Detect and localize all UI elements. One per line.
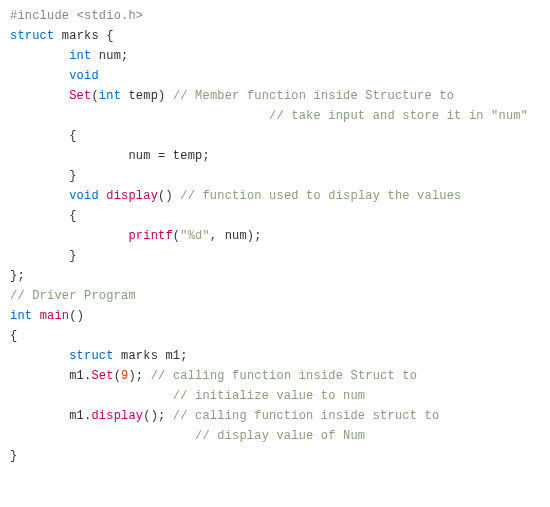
token-cmt: // display value of Num [195, 429, 365, 443]
token-cmt: // initialize value to num [173, 389, 365, 403]
token-kw: void [69, 189, 99, 203]
token-text: { [10, 209, 77, 223]
token-text: { [10, 129, 77, 143]
code-line: } [10, 166, 540, 186]
token-text [10, 69, 69, 83]
token-text: () [158, 189, 180, 203]
token-text: ( [114, 369, 121, 383]
code-line: }; [10, 266, 540, 286]
code-line: num = temp; [10, 146, 540, 166]
token-text [10, 109, 269, 123]
token-text [10, 189, 69, 203]
token-text: ); [128, 369, 150, 383]
token-kw: void [69, 69, 99, 83]
token-text [10, 429, 195, 443]
code-line: } [10, 246, 540, 266]
code-line: printf("%d", num); [10, 226, 540, 246]
token-text [32, 309, 39, 323]
code-line: // display value of Num [10, 426, 540, 446]
code-line: { [10, 206, 540, 226]
code-line: struct marks { [10, 26, 540, 46]
token-text: { [10, 329, 17, 343]
token-cmt: // Member function inside Structure to [173, 89, 454, 103]
token-text [10, 389, 173, 403]
token-cmt: // Driver Program [10, 289, 136, 303]
code-line: // Driver Program [10, 286, 540, 306]
token-text [69, 9, 76, 23]
token-text: num; [91, 49, 128, 63]
token-cmt: // take input and store it in "num" [269, 109, 528, 123]
token-text: marks m1; [114, 349, 188, 363]
token-cmt: // calling function inside Struct to [151, 369, 417, 383]
token-fn: main [40, 309, 70, 323]
code-line: struct marks m1; [10, 346, 540, 366]
token-text [10, 89, 69, 103]
token-fn: display [91, 409, 143, 423]
code-line: #include <stdio.h> [10, 6, 540, 26]
token-cmt: // calling function inside struct to [173, 409, 439, 423]
code-line: Set(int temp) // Member function inside … [10, 86, 540, 106]
token-text: } [10, 169, 77, 183]
token-text [10, 349, 69, 363]
code-line: // initialize value to num [10, 386, 540, 406]
code-line: int num; [10, 46, 540, 66]
token-fn: display [106, 189, 158, 203]
token-kw: int [99, 89, 121, 103]
token-text: (); [143, 409, 173, 423]
token-text: marks { [54, 29, 113, 43]
token-text [10, 229, 128, 243]
code-line: m1.display(); // calling function inside… [10, 406, 540, 426]
code-line: { [10, 126, 540, 146]
code-line: { [10, 326, 540, 346]
token-text: () [69, 309, 84, 323]
token-kw: struct [69, 349, 113, 363]
token-text: } [10, 449, 17, 463]
token-text: ( [91, 89, 98, 103]
token-pp: #include [10, 9, 69, 23]
token-cmt: // function used to display the values [180, 189, 461, 203]
token-text: temp) [121, 89, 173, 103]
code-line: int main() [10, 306, 540, 326]
token-kw: struct [10, 29, 54, 43]
code-line: void [10, 66, 540, 86]
token-fn: printf [128, 229, 172, 243]
token-text: , num); [210, 229, 262, 243]
token-kw: int [10, 309, 32, 323]
token-text: } [10, 249, 77, 263]
code-line: void display() // function used to displ… [10, 186, 540, 206]
token-text: num = temp; [10, 149, 210, 163]
token-text: m1. [10, 369, 91, 383]
token-text: m1. [10, 409, 91, 423]
token-fn: Set [91, 369, 113, 383]
token-pp: <stdio.h> [77, 9, 144, 23]
token-kw: int [69, 49, 91, 63]
code-line: m1.Set(9); // calling function inside St… [10, 366, 540, 386]
token-str: "%d" [180, 229, 210, 243]
code-line: } [10, 446, 540, 466]
token-text: }; [10, 269, 25, 283]
code-line: // take input and store it in "num" [10, 106, 540, 126]
token-text [10, 49, 69, 63]
token-fn: Set [69, 89, 91, 103]
code-block: #include <stdio.h>struct marks { int num… [0, 0, 550, 472]
